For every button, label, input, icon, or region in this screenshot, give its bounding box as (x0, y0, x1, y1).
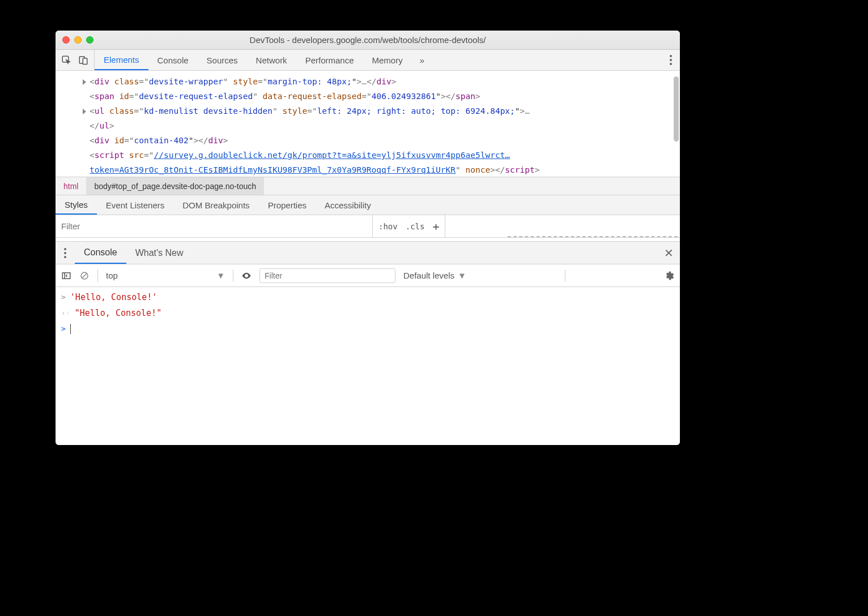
cls-toggle[interactable]: .cls (406, 222, 425, 231)
drawer-close-button[interactable]: ✕ (657, 242, 680, 264)
dom-node[interactable]: <div id="contain-402"></div> (56, 133, 680, 148)
drawer-tab-console[interactable]: Console (75, 242, 126, 264)
kebab-icon (64, 248, 66, 258)
subtab-properties[interactable]: Properties (259, 195, 316, 215)
drawer-tabs: ConsoleWhat's New (75, 242, 193, 264)
subtab-accessibility[interactable]: Accessibility (316, 195, 380, 215)
breadcrumb-item[interactable]: body#top_of_page.devsite-doc-page.no-tou… (86, 177, 264, 195)
text-caret (70, 324, 71, 334)
dom-node[interactable]: </ul> (56, 118, 680, 133)
inspect-tools (56, 50, 95, 70)
console-arrow-icon: > (61, 290, 66, 304)
dom-node[interactable]: token=AGt39rOc_8tOnit-CEsIBMidfLmyNsIKU9… (56, 162, 680, 177)
dom-breadcrumb: htmlbody#top_of_page.devsite-doc-page.no… (56, 177, 680, 195)
chevron-down-icon: ▼ (216, 271, 225, 280)
styles-filter-input[interactable] (56, 215, 373, 237)
inherited-divider (508, 236, 678, 237)
subtab-event-listeners[interactable]: Event Listeners (97, 195, 173, 215)
svg-rect-2 (83, 58, 87, 65)
console-prompt[interactable]: > (56, 321, 680, 337)
dom-node[interactable]: <script src="//survey.g.doubleclick.net/… (56, 148, 680, 162)
window-controls (62, 36, 93, 44)
tab-performance[interactable]: Performance (296, 50, 363, 70)
toolbar-separator (233, 270, 233, 282)
console-sidebar-toggle-icon[interactable] (61, 271, 71, 281)
console-line: >'Hello, Console!' (56, 289, 680, 305)
minimize-window-button[interactable] (74, 36, 82, 44)
zoom-window-button[interactable] (86, 36, 93, 44)
dom-node[interactable]: <div class="devsite-wrapper" style="marg… (56, 74, 680, 89)
console-line: ‹·"Hello, Console!" (56, 305, 680, 321)
dom-node[interactable]: <ul class="kd-menulist devsite-hidden" s… (56, 104, 680, 118)
context-label: top (106, 271, 118, 280)
clear-console-icon[interactable] (79, 271, 90, 281)
main-tabstrip: ElementsConsoleSourcesNetworkPerformance… (56, 50, 680, 71)
new-style-rule-button[interactable]: + (432, 221, 439, 232)
console-arrow-icon: ‹· (61, 306, 70, 320)
context-selector[interactable]: top ▼ (106, 271, 225, 280)
scrollbar-thumb[interactable] (674, 76, 679, 142)
drawer-menu-button[interactable] (56, 242, 75, 264)
more-tabs-button[interactable]: » (412, 50, 432, 70)
close-window-button[interactable] (62, 36, 70, 44)
console-body[interactable]: >'Hello, Console!'‹·"Hello, Console!"> (56, 287, 680, 445)
dom-tree[interactable]: <div class="devsite-wrapper" style="marg… (56, 71, 680, 177)
console-filter-input[interactable] (259, 268, 395, 283)
styles-chips: :hov .cls + (373, 215, 445, 237)
log-levels-label: Default levels (403, 271, 454, 280)
main-tabs: ElementsConsoleSourcesNetworkPerformance… (95, 50, 412, 70)
console-toolbar: top ▼ Default levels ▼ (56, 264, 680, 287)
log-levels-selector[interactable]: Default levels ▼ (403, 271, 466, 280)
expand-triangle-icon[interactable] (83, 79, 86, 85)
styles-toolbar: :hov .cls + (56, 215, 680, 238)
kebab-icon (670, 55, 672, 65)
live-expression-icon[interactable] (241, 271, 252, 281)
tab-console[interactable]: Console (148, 50, 198, 70)
tab-network[interactable]: Network (247, 50, 296, 70)
inspect-element-icon[interactable] (61, 55, 71, 65)
drawer-tab-what-s-new[interactable]: What's New (126, 242, 193, 264)
dom-node[interactable]: <span id="devsite-request-elapsed" data-… (56, 89, 680, 104)
titlebar: DevTools - developers.google.com/web/too… (56, 31, 680, 50)
toolbar-separator (97, 270, 98, 282)
subtab-dom-breakpoints[interactable]: DOM Breakpoints (173, 195, 258, 215)
tab-memory[interactable]: Memory (363, 50, 412, 70)
drawer: ConsoleWhat's New ✕ top ▼ Default levels (56, 241, 680, 445)
main-menu-button[interactable] (662, 50, 680, 70)
tab-sources[interactable]: Sources (198, 50, 247, 70)
elements-subtabs: StylesEvent ListenersDOM BreakpointsProp… (56, 195, 680, 215)
subtab-styles[interactable]: Styles (56, 195, 97, 215)
console-text: "Hello, Console!" (75, 306, 162, 320)
tab-elements[interactable]: Elements (95, 50, 148, 70)
expand-triangle-icon[interactable] (83, 109, 86, 114)
window-title: DevTools - developers.google.com/web/too… (56, 35, 680, 45)
console-settings-icon[interactable] (664, 271, 674, 281)
device-toolbar-icon[interactable] (78, 55, 88, 65)
breadcrumb-item[interactable]: html (56, 177, 86, 195)
chevron-down-icon: ▼ (458, 271, 466, 280)
devtools-window: DevTools - developers.google.com/web/too… (56, 31, 680, 445)
console-text: 'Hello, Console!' (70, 290, 158, 304)
styles-body-preview (445, 215, 680, 237)
toolbar-separator (565, 270, 565, 282)
hov-toggle[interactable]: :hov (378, 222, 398, 231)
drawer-tabstrip: ConsoleWhat's New ✕ (56, 242, 680, 264)
prompt-arrow-icon: > (61, 322, 66, 336)
